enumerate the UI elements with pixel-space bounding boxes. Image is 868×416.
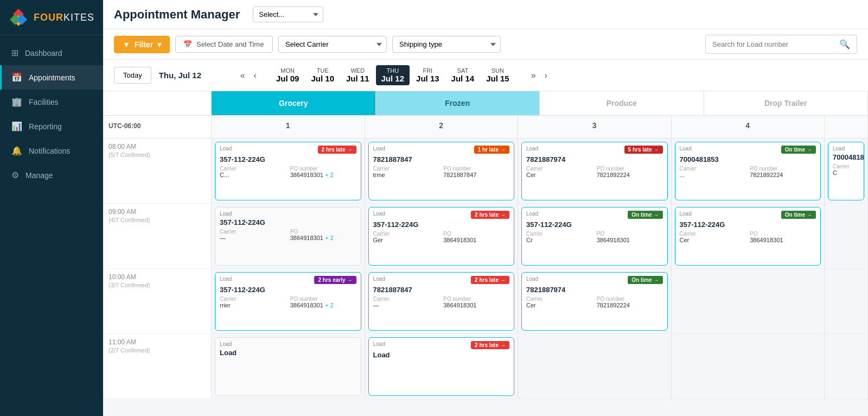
day-item[interactable]: TUEJul 10 (305, 65, 340, 85)
dock-col-header: 3 (518, 116, 671, 138)
po-field: PO 3864918301 (597, 231, 663, 243)
dock-slot-empty (825, 269, 867, 334)
appointment-card-partial[interactable]: Load700048185CarrierC (828, 142, 864, 200)
carrier-select[interactable]: Select Carrier (278, 36, 387, 53)
calendar-arrows-right: » › (528, 68, 551, 83)
prev-button[interactable]: ‹ (251, 68, 260, 83)
card-load-number: 357-112-224G (220, 218, 356, 226)
appointments-icon: 📅 (11, 72, 22, 83)
card-load-label: Load (680, 211, 692, 217)
dock-tab[interactable]: Grocery (212, 91, 376, 115)
search-icon: 🔍 (839, 39, 850, 49)
dock-col-header: 2 (365, 116, 518, 138)
card-header: Load On time → (680, 211, 816, 219)
reporting-icon: 📊 (11, 121, 22, 131)
carrier-field: Carrier rrier (220, 296, 286, 308)
dock-tab[interactable]: Frozen (376, 91, 540, 115)
appointment-card[interactable]: Load 2 hrs early → 357-112-224G Carrier … (215, 272, 361, 331)
sidebar-item-notifications[interactable]: 🔔 Notifications (0, 138, 103, 163)
search-input[interactable] (712, 40, 835, 48)
card-footer: Carrier Cer PO number 7821892224 (526, 166, 663, 178)
time-slot: 11:00 AM(2/7 Confirmed) (103, 334, 211, 399)
appointment-card[interactable]: Load On time → 7821887974 Carrier Cer PO… (521, 272, 668, 331)
dock-tab[interactable]: Produce (540, 91, 704, 115)
sidebar-item-dashboard[interactable]: ⊞ Dashboard (0, 41, 103, 65)
card-load-number: Load (373, 351, 510, 359)
header: Appointment Manager Select... (103, 0, 868, 29)
dock-slot: Load On time → 357-112-224G Carrier Cer … (672, 204, 825, 269)
time-slot: 08:00 AM(5/7 Confirmed) (103, 138, 211, 204)
shipping-type-select[interactable]: Shipping type (392, 36, 501, 53)
calendar-arrows: « ‹ (237, 68, 260, 83)
card-header: Load 5 hrs late → (526, 146, 663, 154)
header-dropdown[interactable]: Select... (253, 7, 323, 22)
dock-slot: Load 2 hrs late → 7821887847 Carrier — P… (365, 269, 518, 334)
appointment-card[interactable]: Load Load (215, 337, 361, 396)
card-load-label: Load (373, 211, 385, 217)
day-item[interactable]: SATJul 14 (446, 65, 480, 85)
prev-prev-button[interactable]: « (237, 68, 248, 83)
po-field: PO number 7821892224 (597, 296, 663, 308)
filter-icon: ▼ (123, 40, 130, 49)
dock-col-4: 4 Load On time → 7000481853 Carrier ... … (672, 116, 825, 399)
day-item[interactable]: FRIJul 13 (411, 65, 445, 85)
card-header: Load 1 hr late → (373, 146, 510, 154)
po-field: PO number 7821892224 (750, 166, 816, 178)
day-item[interactable]: SUNJul 15 (481, 65, 515, 85)
appointment-card[interactable]: Load 2 hrs late → 7821887847 Carrier — P… (368, 272, 515, 331)
appointment-card[interactable]: Load 2 hrs late → 357-112-224G Carrier C… (215, 142, 361, 200)
sidebar-item-label: Reporting (29, 122, 62, 131)
carrier-field: Carrier — (373, 296, 439, 308)
appointment-card[interactable]: Load On time → 7000481853 Carrier ... PO… (675, 142, 821, 200)
dock-col-header: 1 (212, 116, 365, 138)
next-next-button[interactable]: » (528, 68, 539, 83)
appointment-card[interactable]: Load On time → 357-112-224G Carrier Cer … (675, 207, 821, 266)
dock-col-header (825, 116, 867, 138)
time-label: 10:00 AM (108, 273, 206, 281)
po-field: PO number 3864918301 (443, 296, 509, 308)
dock-slot (672, 269, 825, 334)
dock-tabs: GroceryFrozenProduceDrop Trailer (103, 91, 868, 116)
card-footer: Carrier trme PO number 7821887847 (373, 166, 510, 178)
card-footer: Carrier Cer PO number 7821892224 (526, 296, 663, 308)
card-load-label: Load (373, 341, 385, 347)
appointment-card[interactable]: Load On time → 357-112-224G Carrier Cr P… (521, 207, 668, 266)
status-badge: 2 hrs late → (471, 211, 509, 219)
appointment-card[interactable]: Load 2 hrs late → Load (368, 337, 515, 396)
next-button[interactable]: › (541, 68, 551, 83)
card-header: Load 2 hrs late → (373, 211, 510, 219)
status-badge: On time → (781, 146, 816, 154)
po-field: PO number 3864918301 + 2 (290, 296, 356, 308)
card-load-label: Load (526, 211, 538, 217)
sidebar: FOURKITES ⊞ Dashboard 📅 Appointments 🏢 F… (0, 0, 103, 416)
carrier-field: Carrier ... (680, 166, 746, 178)
sidebar-item-facilities[interactable]: 🏢 Facilities (0, 90, 103, 114)
dock-slot: Load 2 hrs late → 357-112-224G Carrier C… (212, 138, 365, 204)
card-header: Load (220, 211, 356, 217)
appointment-card[interactable]: Load 1 hr late → 7821887847 Carrier trme… (368, 142, 515, 200)
po-field: PO number 7821887847 (443, 166, 509, 178)
dock-tab[interactable]: Drop Trailer (704, 91, 869, 115)
appointment-card[interactable]: Load 357-112-224G Carrier — PO 386491830… (215, 207, 361, 266)
day-item[interactable]: WEDJul 11 (341, 65, 375, 85)
filter-button[interactable]: ▼ Filter ▾ (114, 36, 170, 53)
date-time-picker[interactable]: 📅 Select Date and Time (175, 36, 273, 53)
day-item[interactable]: THUJul 12 (376, 65, 410, 85)
days-row: MONJul 09TUEJul 10WEDJul 11THUJul 12FRIJ… (271, 65, 515, 85)
carrier-field: Carrier Cer (526, 166, 592, 178)
sidebar-item-label: Manage (25, 171, 53, 180)
sidebar-item-manage[interactable]: ⚙ Manage (0, 163, 103, 187)
appointment-card[interactable]: Load 5 hrs late → 7821887974 Carrier Cer… (521, 142, 668, 200)
sidebar-item-reporting[interactable]: 📊 Reporting (0, 114, 103, 138)
day-item[interactable]: MONJul 09 (271, 65, 305, 85)
sidebar-item-appointments[interactable]: 📅 Appointments (0, 65, 103, 90)
fourkites-logo-icon (9, 8, 28, 27)
card-load-label: Load (373, 276, 385, 282)
carrier-field: Carrier trme (373, 166, 439, 178)
dock-col-2: 2 Load 1 hr late → 7821887847 Carrier tr… (365, 116, 519, 399)
calendar-nav: Today Thu, Jul 12 « ‹ MONJul 09TUEJul 10… (103, 60, 868, 91)
card-load-label: Load (373, 146, 385, 152)
today-button[interactable]: Today (114, 67, 151, 84)
appointment-card[interactable]: Load 2 hrs late → 357-112-224G Carrier G… (368, 207, 515, 266)
dock-col-5: Load700048185CarrierC (825, 116, 868, 399)
